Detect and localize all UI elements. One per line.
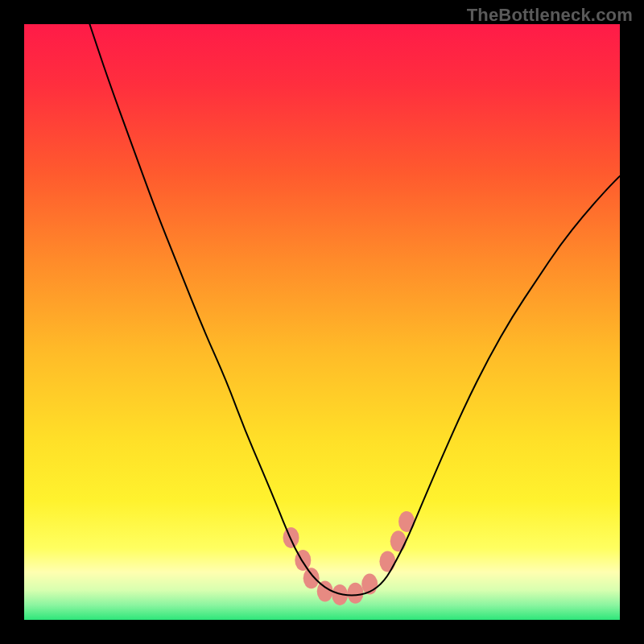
marker-dots-group: [283, 511, 415, 605]
bottleneck-curve: [89, 24, 620, 595]
watermark-text: TheBottleneck.com: [467, 5, 633, 26]
highlight-dot: [390, 530, 407, 551]
highlight-dot: [303, 568, 320, 588]
chart-frame: TheBottleneck.com: [0, 0, 644, 644]
highlight-dot: [347, 583, 363, 604]
curve-layer: [24, 24, 620, 620]
highlight-dot: [379, 551, 395, 572]
plot-area: [24, 24, 620, 620]
highlight-dot: [283, 527, 299, 548]
